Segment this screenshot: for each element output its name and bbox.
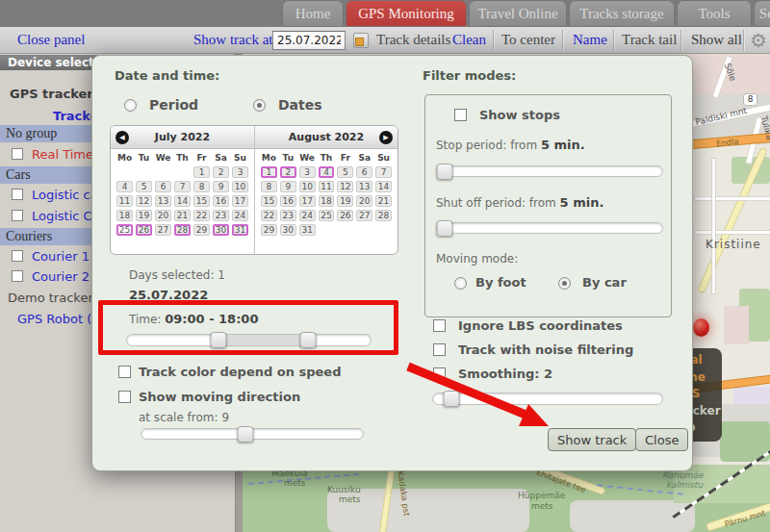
device-checkbox[interactable] xyxy=(12,210,23,221)
calendar-day-cell[interactable]: 7 xyxy=(174,181,191,192)
calendar-day-cell[interactable]: 25 xyxy=(319,210,335,221)
calendar-prev-icon[interactable]: ◀ xyxy=(116,131,129,144)
show-track-button[interactable]: Show track xyxy=(548,428,636,451)
dates-label[interactable]: Dates xyxy=(278,97,322,113)
calendar-day-cell[interactable]: 21 xyxy=(375,195,392,207)
dates-radio[interactable] xyxy=(253,99,266,112)
calendar-day-cell[interactable]: 8 xyxy=(261,181,277,192)
to-center-link[interactable]: To center xyxy=(501,32,555,48)
track-tail-link[interactable]: Track tail xyxy=(622,32,677,48)
shutoff-period-handle[interactable] xyxy=(437,220,453,237)
calendar-day-cell[interactable]: 5 xyxy=(136,181,152,192)
noise-filter-label[interactable]: Track with noise filtering xyxy=(458,342,633,357)
calendar-day-cell[interactable]: 3 xyxy=(299,166,316,178)
ignore-lbs-label[interactable]: Ignore LBS coordinates xyxy=(458,318,623,333)
close-panel-link[interactable]: Close panel xyxy=(17,32,85,48)
calendar-day-cell[interactable]: 29 xyxy=(261,224,277,236)
gear-icon[interactable]: ⚙ xyxy=(750,29,767,52)
calendar-day-cell[interactable]: 12 xyxy=(337,181,353,192)
calendar-day-cell[interactable]: 30 xyxy=(213,224,229,236)
calendar-day-cell[interactable]: 2 xyxy=(213,166,229,178)
period-label[interactable]: Period xyxy=(149,97,198,113)
track-color-label[interactable]: Track color depend on speed xyxy=(139,365,342,379)
calendar-day-cell[interactable]: 28 xyxy=(174,224,191,236)
scale-slider[interactable] xyxy=(141,428,364,440)
calendar-day-cell[interactable]: 15 xyxy=(261,195,277,207)
calendar-day-cell[interactable]: 13 xyxy=(356,181,372,192)
period-radio[interactable] xyxy=(124,99,137,112)
calendar-day-cell[interactable]: 25 xyxy=(116,224,133,236)
time-from-handle[interactable] xyxy=(210,332,226,348)
calendar-day-cell[interactable]: 29 xyxy=(193,224,210,236)
calendar-day-cell[interactable]: 19 xyxy=(337,195,353,207)
calendar-day-cell[interactable]: 22 xyxy=(261,210,277,221)
calendar-day-cell[interactable]: 26 xyxy=(337,210,353,221)
show-all-link[interactable]: Show all xyxy=(691,32,742,48)
calendar-next-icon[interactable]: ▶ xyxy=(379,131,393,144)
calendar-day-cell[interactable]: 5 xyxy=(337,166,353,178)
calendar-day-cell[interactable]: 27 xyxy=(356,210,372,221)
noise-filter-checkbox[interactable] xyxy=(433,343,446,356)
smoothing-handle[interactable] xyxy=(444,391,460,407)
calendar-day-cell[interactable]: 11 xyxy=(116,195,133,207)
scale-handle[interactable] xyxy=(238,426,254,443)
tab-settings[interactable]: Settings xyxy=(754,0,770,27)
time-to-handle[interactable] xyxy=(300,332,317,348)
calendar-day-cell[interactable]: 8 xyxy=(193,181,210,192)
name-link[interactable]: Name xyxy=(573,32,607,48)
calendar-day-cell[interactable]: 6 xyxy=(356,166,372,178)
by-foot-radio[interactable] xyxy=(454,277,467,290)
track-color-checkbox[interactable] xyxy=(118,366,131,378)
calendar-day-cell[interactable]: 30 xyxy=(280,224,296,236)
calendar-day-cell[interactable]: 9 xyxy=(213,181,229,192)
smoothing-checkbox[interactable] xyxy=(433,367,446,380)
calendar-day-cell[interactable]: 1 xyxy=(193,166,210,178)
calendar-day-cell[interactable]: 12 xyxy=(136,195,152,207)
tab-travel-online[interactable]: Travel Online xyxy=(469,0,567,27)
ignore-lbs-checkbox[interactable] xyxy=(433,319,446,332)
track-details-link[interactable]: Track details xyxy=(376,32,450,48)
close-button[interactable]: Close xyxy=(635,428,688,451)
calendar-day-cell[interactable]: 23 xyxy=(213,210,229,221)
calendar-day-cell[interactable]: 3 xyxy=(232,166,248,178)
device-checkbox[interactable] xyxy=(12,189,23,200)
show-stops-checkbox[interactable] xyxy=(454,109,467,121)
calendar-day-cell[interactable]: 24 xyxy=(232,210,248,221)
calendar-day-cell[interactable]: 23 xyxy=(280,210,296,221)
calendar-day-cell[interactable]: 18 xyxy=(116,210,133,221)
calendar-picker-icon[interactable] xyxy=(353,33,369,48)
calendar-day-cell[interactable]: 20 xyxy=(155,210,171,221)
tab-home[interactable]: Home xyxy=(282,0,344,27)
tab-gps-monitoring[interactable]: GPS Monitoring xyxy=(346,0,467,27)
by-car-radio[interactable] xyxy=(558,277,571,290)
device-checkbox[interactable] xyxy=(12,270,23,282)
calendar-day-cell[interactable]: 14 xyxy=(375,181,392,192)
calendar-day-cell[interactable]: 24 xyxy=(299,210,316,221)
calendar-day-cell[interactable]: 7 xyxy=(375,166,392,178)
calendar-day-cell[interactable]: 13 xyxy=(155,195,171,207)
device-link-courier-1[interactable]: Courier 1 xyxy=(32,249,90,264)
calendar-day-cell[interactable]: 26 xyxy=(136,224,152,236)
calendar-day-cell[interactable]: 18 xyxy=(319,195,335,207)
calendar-day-cell[interactable]: 16 xyxy=(213,195,229,207)
stop-period-handle[interactable] xyxy=(437,164,453,180)
smoothing-label[interactable]: Smoothing: 2 xyxy=(458,367,552,381)
map-marker[interactable] xyxy=(693,318,709,337)
calendar-day-cell[interactable]: 10 xyxy=(299,181,316,192)
tab-tracks-storage[interactable]: Tracks storage xyxy=(569,0,675,27)
calendar-day-cell[interactable]: 2 xyxy=(280,166,296,178)
calendar-day-cell[interactable]: 6 xyxy=(155,181,171,192)
moving-direction-checkbox[interactable] xyxy=(118,391,131,403)
calendar-day-cell[interactable]: 28 xyxy=(375,210,392,221)
by-foot-label[interactable]: By foot xyxy=(475,275,526,290)
calendar-day-cell[interactable]: 20 xyxy=(356,195,372,207)
stop-period-slider[interactable] xyxy=(436,165,663,177)
calendar-day-cell[interactable]: 15 xyxy=(193,195,210,207)
calendar-day-cell[interactable]: 10 xyxy=(232,181,248,192)
calendar-day-cell[interactable]: 1 xyxy=(261,166,277,178)
smoothing-slider[interactable] xyxy=(432,393,663,405)
calendar-day-cell[interactable]: 19 xyxy=(136,210,152,221)
calendar-day-cell[interactable]: 21 xyxy=(174,210,191,221)
by-car-label[interactable]: By car xyxy=(582,275,627,290)
calendar-day-cell[interactable]: 4 xyxy=(116,181,133,192)
